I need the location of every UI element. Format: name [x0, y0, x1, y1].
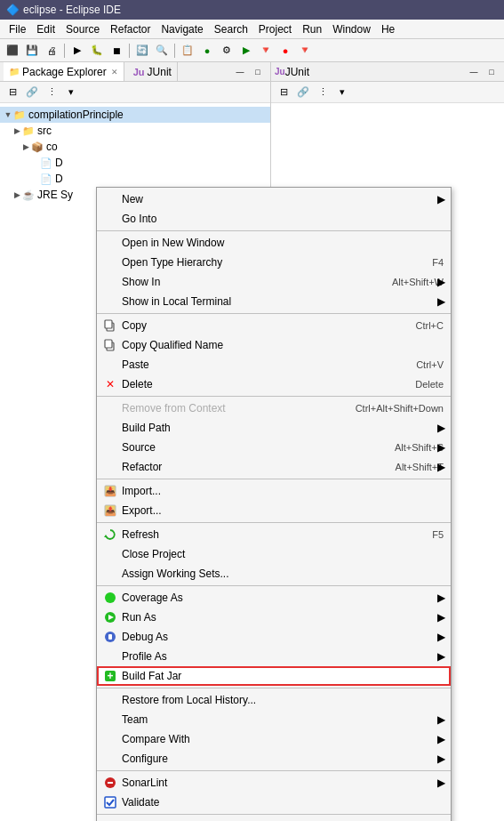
tb-arrow[interactable]: 🔻 [257, 42, 275, 60]
tree-item-D1[interactable]: 📄 D [0, 155, 270, 171]
menu-source[interactable]: Source [60, 21, 105, 37]
tb-search[interactable]: 🔍 [153, 42, 171, 60]
cm-shortcut-source: Alt+Shift+S [395, 442, 444, 453]
cm-item-coverageAs[interactable]: Coverage As▶ [97, 588, 451, 608]
cm-item-profileAs[interactable]: Profile As▶ [97, 647, 451, 666]
cm-label-compareWith: Compare With [122, 733, 444, 745]
right-panel-maximize[interactable]: □ [483, 63, 500, 81]
menu-help[interactable]: He [376, 21, 400, 37]
menu-refactor[interactable]: Refactor [105, 21, 156, 37]
tb-print[interactable]: 🖨 [43, 42, 60, 60]
cm-item-copy[interactable]: CopyCtrl+C [97, 316, 451, 335]
menu-file[interactable]: File [4, 21, 31, 37]
package-explorer-tab[interactable]: 📁 Package Explorer ✕ [4, 62, 124, 81]
cm-item-validate[interactable]: Validate [97, 793, 451, 812]
menu-search[interactable]: Search [209, 21, 253, 37]
tb-refresh[interactable]: 🔄 [133, 42, 151, 60]
tree-item-src[interactable]: ▶ 📁 src [0, 123, 270, 139]
panel-maximize[interactable]: □ [249, 63, 267, 81]
cm-item-restoreFromLocalHistory[interactable]: Restore from Local History... [97, 690, 451, 710]
tb-play[interactable]: ▶ [237, 42, 255, 60]
tb-run[interactable]: ▶ [68, 42, 86, 60]
tb-green[interactable]: ● [198, 42, 216, 60]
cm-item-team[interactable]: Team▶ [97, 710, 451, 729]
cm-item-sonarlint[interactable]: SonarLint▶ [97, 773, 451, 793]
tb-red[interactable]: ● [276, 42, 294, 60]
arrow-0: ▼ [4, 110, 12, 119]
cm-item-export[interactable]: 📤Export... [97, 501, 451, 520]
rp-btn2[interactable]: 🔗 [294, 84, 312, 101]
panel-settings[interactable]: ▾ [62, 84, 80, 101]
cm-item-properties[interactable]: PropertiesAlt+Enter [97, 817, 451, 821]
folder-icon-0: 📁 [12, 108, 27, 122]
tb-stop[interactable]: ⏹ [108, 42, 125, 60]
tb-debug[interactable]: 🐛 [88, 42, 106, 60]
tree-item-D2[interactable]: 📄 D [0, 171, 270, 187]
tb-new[interactable]: ⬛ [4, 42, 21, 60]
rp-btn3[interactable]: ⋮ [314, 84, 332, 101]
title-bar: 🔷 eclipse - Eclipse IDE [0, 0, 504, 20]
cm-item-showLocalTerminal[interactable]: Show in Local Terminal▶ [97, 292, 451, 311]
menu-project[interactable]: Project [253, 21, 297, 37]
cm-arrow-debugAs: ▶ [437, 631, 445, 643]
menu-run[interactable]: Run [297, 21, 327, 37]
cm-item-configure[interactable]: Configure▶ [97, 749, 451, 769]
cm-item-openTypeHierarchy[interactable]: Open Type HierarchyF4 [97, 253, 451, 272]
cm-icon-copyQualifiedName [102, 337, 118, 353]
cm-item-delete[interactable]: ✕DeleteDelete [97, 374, 451, 394]
cm-item-buildFatJar[interactable]: +Build Fat Jar [97, 666, 451, 686]
cm-shortcut-delete: Delete [415, 379, 444, 390]
tb-sep-2 [129, 44, 130, 58]
cm-arrow-compareWith: ▶ [437, 733, 445, 745]
tb-save[interactable]: 💾 [23, 42, 41, 60]
link-editor[interactable]: 🔗 [23, 84, 41, 101]
cm-item-assignWorkingSets[interactable]: Assign Working Sets... [97, 564, 451, 584]
eclipse-icon: 🔷 [5, 3, 20, 17]
menu-window[interactable]: Window [327, 21, 376, 37]
cm-item-refactor[interactable]: RefactorAlt+Shift+T▶ [97, 457, 451, 477]
cm-item-copyQualifiedName[interactable]: Copy Qualified Name [97, 335, 451, 355]
file-icon-3: 📄 [39, 156, 53, 170]
collapse-all[interactable]: ⊟ [4, 84, 21, 101]
cm-item-refresh[interactable]: RefreshF5 [97, 525, 451, 544]
tree-label-3: D [55, 157, 63, 169]
tree-item-compilationPrinciple[interactable]: ▼ 📁 compilationPrinciple [0, 107, 270, 123]
cm-arrow-refactor: ▶ [437, 461, 445, 473]
tb-arrow2[interactable]: 🔻 [296, 42, 314, 60]
cm-item-closeProject[interactable]: Close Project [97, 544, 451, 564]
arrow-5: ▶ [12, 190, 21, 199]
cm-icon-debugAs [102, 629, 118, 645]
menu-navigate[interactable]: Navigate [156, 21, 208, 37]
junit-tab[interactable]: Ju JUnit [128, 62, 178, 81]
tree-item-co[interactable]: ▶ 📦 co [0, 139, 270, 155]
cm-item-compareWith[interactable]: Compare With▶ [97, 729, 451, 749]
panel-menu[interactable]: ⋮ [43, 84, 60, 101]
menu-edit[interactable]: Edit [31, 21, 60, 37]
rp-btn4[interactable]: ▾ [333, 84, 351, 101]
cm-arrow-coverageAs: ▶ [437, 592, 445, 604]
tb-gear[interactable]: ⚙ [218, 42, 236, 60]
cm-item-new[interactable]: New▶ [97, 189, 451, 209]
cm-item-debugAs[interactable]: Debug As▶ [97, 627, 451, 647]
cm-arrow-runAs: ▶ [437, 611, 445, 624]
cm-icon-import: 📥 [102, 483, 118, 499]
cm-item-source[interactable]: SourceAlt+Shift+S▶ [97, 438, 451, 457]
cm-item-showIn[interactable]: Show InAlt+Shift+W▶ [97, 272, 451, 292]
right-panel-minimize[interactable]: — [465, 63, 483, 81]
cm-item-goInto[interactable]: Go Into [97, 209, 451, 229]
rp-btn1[interactable]: ⊟ [275, 84, 292, 101]
tree-label-5: JRE Sy [37, 189, 73, 201]
arrow-1: ▶ [12, 126, 21, 135]
cm-item-import[interactable]: 📥Import... [97, 481, 451, 501]
cm-shortcut-refactor: Alt+Shift+T [396, 462, 444, 472]
cm-label-debugAs: Debug As [122, 631, 444, 643]
tb-perspective[interactable]: 📋 [179, 42, 196, 60]
panel-minimize[interactable]: — [231, 63, 249, 81]
cm-item-paste[interactable]: PasteCtrl+V [97, 355, 451, 374]
svg-rect-1 [105, 320, 112, 328]
cm-item-buildPath[interactable]: Build Path▶ [97, 418, 451, 438]
svg-point-9 [105, 592, 116, 603]
right-panel-toolbar: ⊟ 🔗 ⋮ ▾ [271, 82, 504, 103]
cm-item-runAs[interactable]: Run As▶ [97, 608, 451, 627]
cm-item-openNewWindow[interactable]: Open in New Window [97, 233, 451, 253]
